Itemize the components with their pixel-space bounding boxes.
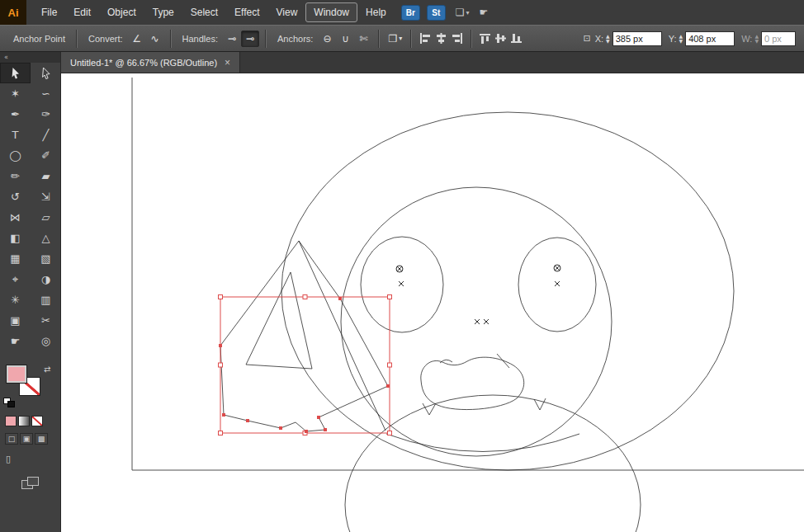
context-label: Anchor Point	[13, 34, 65, 44]
workspace-switcher[interactable]: ❏ ▾	[456, 7, 470, 18]
cut-path-button[interactable]: ✄	[354, 31, 372, 47]
align-right-button[interactable]	[450, 32, 464, 45]
workspace: « ✶ ∽ ✒ ✑ T ╱ ◯ ✐	[0, 52, 804, 532]
x-input[interactable]	[612, 31, 662, 46]
tool-eyedropper[interactable]: ⌖	[0, 269, 31, 290]
tool-direct-selection[interactable]	[31, 63, 61, 83]
convert-corner-button[interactable]: ∠	[128, 31, 146, 47]
paintbrush-icon: ✐	[41, 149, 50, 162]
tab-bar: Untitled-1* @ 66.67% (RGB/Outline) ×	[61, 52, 804, 73]
swap-fill-stroke-icon[interactable]: ⇄	[44, 365, 50, 374]
none-button[interactable]	[31, 416, 43, 426]
face-circle	[341, 187, 612, 456]
align-top-button[interactable]	[479, 32, 493, 45]
nostril-curve	[440, 360, 452, 363]
tool-free-transform[interactable]: ▱	[31, 207, 61, 228]
tool-zoom[interactable]: ◎	[31, 331, 61, 351]
zoom-icon: ◎	[41, 335, 50, 347]
menu-object[interactable]: Object	[99, 2, 144, 22]
menu-help[interactable]: Help	[357, 2, 395, 22]
hand-menu-icon[interactable]: ☛	[480, 7, 489, 18]
document-tab[interactable]: Untitled-1* @ 66.67% (RGB/Outline) ×	[61, 52, 240, 73]
tool-hand[interactable]: ☛	[0, 331, 31, 351]
x-label: X:	[595, 34, 603, 44]
tool-column-graph[interactable]: ▥	[31, 290, 61, 310]
tool-blend[interactable]: ◑	[31, 269, 61, 290]
screen-mode-button[interactable]: ▯	[6, 453, 21, 465]
tool-lasso[interactable]: ∽	[31, 83, 61, 104]
tool-pencil[interactable]: ✏	[0, 166, 31, 186]
gradient-button[interactable]	[18, 416, 30, 426]
tool-eraser[interactable]: ▰	[31, 166, 61, 186]
collapse-panel-button[interactable]: «	[0, 52, 60, 63]
tool-paintbrush[interactable]: ✐	[31, 145, 61, 166]
separator	[265, 30, 267, 48]
reference-point-icon[interactable]: ⊡	[583, 33, 590, 44]
tool-line-segment[interactable]: ╱	[31, 125, 61, 145]
show-handles-button[interactable]: ⊸	[241, 31, 259, 47]
spin-down-icon: ▼	[754, 39, 759, 44]
draw-inside-icon[interactable]: ▩	[35, 433, 48, 445]
illustrator-window: Ai File Edit Object Type Select Effect V…	[0, 0, 804, 532]
menu-view[interactable]: View	[268, 2, 306, 22]
tool-slice[interactable]: ✂	[31, 310, 61, 331]
menu-window[interactable]: Window	[305, 2, 357, 22]
align-center-button[interactable]	[434, 32, 448, 45]
width-tool-icon: ⋈	[10, 211, 21, 224]
x-stepper[interactable]: ▲ ▼	[606, 34, 610, 44]
handles-label: Handles:	[182, 34, 218, 44]
align-left-button[interactable]	[419, 32, 433, 45]
menu-edit[interactable]: Edit	[65, 2, 99, 22]
tool-ellipse[interactable]: ◯	[0, 145, 31, 166]
artboard-icon: ▣	[10, 314, 20, 327]
y-stepper[interactable]: ▲ ▼	[679, 34, 683, 44]
tool-curvature[interactable]: ✑	[31, 104, 61, 125]
tool-artboard[interactable]: ▣	[0, 310, 31, 331]
w-input[interactable]	[761, 31, 796, 46]
bounding-box-handles[interactable]	[219, 295, 392, 435]
default-fill-stroke-icon[interactable]	[3, 398, 15, 407]
menu-file[interactable]: File	[33, 2, 65, 22]
change-screen-mode-icon[interactable]	[21, 477, 40, 490]
ellipse-icon: ◯	[9, 149, 21, 162]
hide-handles-button[interactable]: ⊸	[223, 31, 241, 47]
tool-shape-builder[interactable]: ◧	[0, 228, 31, 248]
tool-mesh[interactable]: ▦	[0, 248, 31, 269]
artwork-svg	[61, 73, 804, 532]
connect-anchors-button[interactable]: ∪	[336, 31, 354, 47]
draw-behind-icon[interactable]: ▣	[20, 433, 33, 445]
chin-curve	[386, 434, 579, 452]
psyduck-outline	[281, 112, 734, 532]
tool-type[interactable]: T	[0, 125, 31, 145]
blend-icon: ◑	[41, 273, 50, 285]
color-button[interactable]	[5, 416, 17, 426]
stock-button[interactable]: St	[427, 5, 446, 21]
draw-normal-icon[interactable]: □	[5, 433, 18, 445]
tools-panel: « ✶ ∽ ✒ ✑ T ╱ ◯ ✐	[0, 52, 61, 532]
w-stepper[interactable]: ▲ ▼	[754, 34, 759, 44]
convert-smooth-button[interactable]: ∿	[146, 31, 164, 47]
tool-width[interactable]: ⋈	[0, 207, 31, 228]
tool-magic-wand[interactable]: ✶	[0, 83, 31, 104]
close-tab-icon[interactable]: ×	[225, 57, 230, 68]
bridge-button[interactable]: Br	[401, 5, 420, 21]
selection-overlay[interactable]	[219, 295, 392, 435]
align-bottom-button[interactable]	[510, 32, 524, 45]
remove-anchors-button[interactable]: ⊖	[318, 31, 336, 47]
path-anchor-points[interactable]	[219, 297, 390, 433]
tool-rotate[interactable]: ↺	[0, 186, 31, 207]
menu-effect[interactable]: Effect	[226, 2, 267, 22]
menu-select[interactable]: Select	[182, 2, 226, 22]
tool-scale[interactable]: ⇲	[31, 186, 61, 207]
canvas[interactable]	[61, 73, 804, 532]
tool-selection[interactable]	[0, 63, 31, 83]
y-input[interactable]	[685, 31, 735, 46]
align-middle-button[interactable]	[494, 32, 508, 45]
tool-gradient[interactable]: ▧	[31, 248, 61, 269]
menu-type[interactable]: Type	[144, 2, 182, 22]
tool-symbol-sprayer[interactable]: ✳	[0, 290, 31, 310]
fill-swatch[interactable]	[6, 365, 27, 384]
tool-pen[interactable]: ✒	[0, 104, 31, 125]
tool-perspective-grid[interactable]: △	[31, 228, 61, 248]
isolate-button[interactable]: ❐ ▾	[385, 31, 404, 47]
